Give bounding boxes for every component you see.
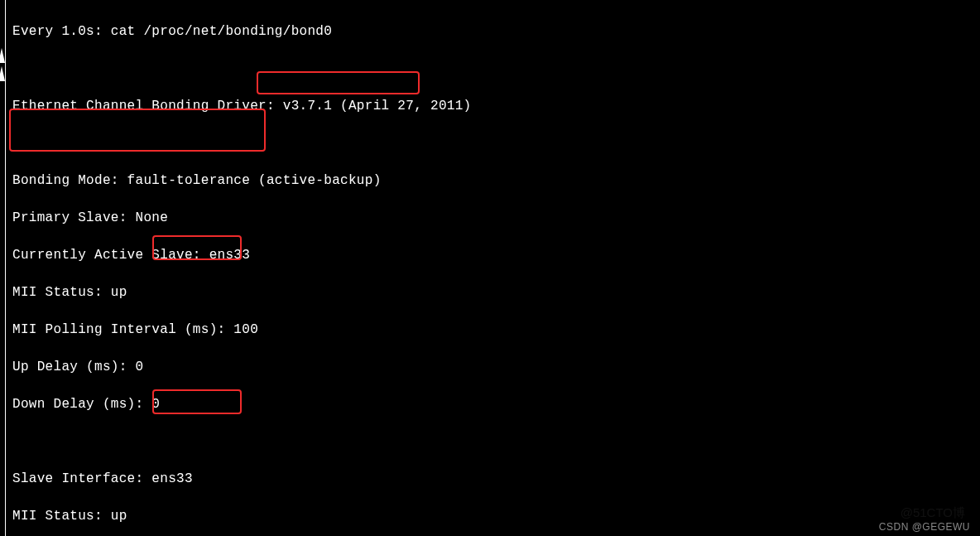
driver-info: Ethernet Channel Bonding Driver: v3.7.1 …: [12, 97, 980, 116]
watermark-faint: @51CTO博: [901, 505, 965, 521]
mii-status: MII Status: up: [12, 283, 980, 302]
watermark: CSDN @GEGEWU: [879, 521, 970, 533]
slave0-mii-status: MII Status: up: [12, 507, 980, 526]
mii-polling: MII Polling Interval (ms): 100: [12, 321, 980, 340]
slave-interface-0: Slave Interface: ens33: [12, 470, 980, 489]
terminal-output[interactable]: Every 1.0s: cat /proc/net/bonding/bond0 …: [5, 0, 980, 536]
down-delay: Down Delay (ms): 0: [12, 395, 980, 414]
up-delay: Up Delay (ms): 0: [12, 358, 980, 377]
watch-header: Every 1.0s: cat /proc/net/bonding/bond0: [12, 22, 980, 41]
bonding-mode: Bonding Mode: fault-tolerance (active-ba…: [12, 171, 980, 191]
active-slave: Currently Active Slave: ens33: [12, 246, 980, 265]
primary-slave: Primary Slave: None: [12, 209, 980, 228]
